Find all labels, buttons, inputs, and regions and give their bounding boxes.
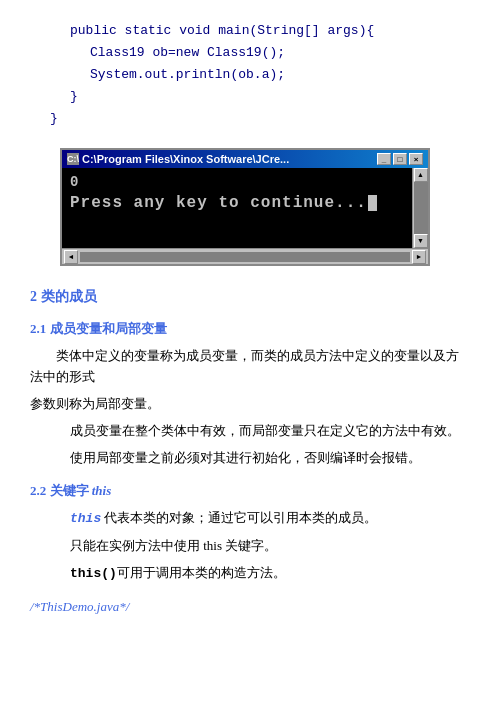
maximize-button[interactable]: □ (393, 153, 407, 165)
section-2-header: 2 类的成员 (30, 288, 470, 306)
section-22-para2: 只能在实例方法中使用 this 关键字。 (30, 536, 470, 557)
section-21-header: 2.1 成员变量和局部变量 (30, 320, 470, 338)
section-22-para3: this()可用于调用本类的构造方法。 (30, 563, 470, 585)
section-21-para2: 参数则称为局部变量。 (30, 394, 470, 415)
code-line-5: } (30, 108, 470, 130)
scroll-down-arrow[interactable]: ▼ (414, 234, 428, 248)
terminal-icon: C:\ (67, 153, 79, 165)
section-21-para3: 成员变量在整个类体中有效，而局部变量只在定义它的方法中有效。 (30, 421, 470, 442)
section-21-para1: 类体中定义的变量称为成员变量，而类的成员方法中定义的变量以及方法中的形式 (30, 346, 470, 388)
terminal-body: 0 Press any key to continue... (62, 168, 412, 248)
section-22-para1: this 代表本类的对象；通过它可以引用本类的成员。 (30, 508, 470, 530)
scroll-left-arrow[interactable]: ◄ (64, 250, 78, 264)
code-line-4: } (30, 86, 470, 108)
scroll-right-arrow[interactable]: ► (412, 250, 426, 264)
scroll-track (414, 182, 428, 234)
scroll-bottom-track (80, 252, 410, 262)
terminal-buttons: _ □ × (377, 153, 423, 165)
terminal-scrollbar-right[interactable]: ▲ ▼ (412, 168, 428, 248)
terminal-title: C:\Program Files\Xinox Software\JCre... (82, 153, 289, 165)
scroll-up-arrow[interactable]: ▲ (414, 168, 428, 182)
close-button[interactable]: × (409, 153, 423, 165)
terminal-output-0: 0 (70, 174, 392, 190)
section-21-para4: 使用局部变量之前必须对其进行初始化，否则编译时会报错。 (30, 448, 470, 469)
terminal-titlebar-left: C:\ C:\Program Files\Xinox Software\JCre… (67, 153, 289, 165)
terminal-cursor (368, 195, 377, 211)
terminal-window: C:\ C:\Program Files\Xinox Software\JCre… (60, 148, 430, 266)
minimize-button[interactable]: _ (377, 153, 391, 165)
section-22-header: 2.2 关键字 this (30, 482, 470, 500)
code-block: public static void main(String[] args){ … (30, 20, 470, 130)
terminal-titlebar: C:\ C:\Program Files\Xinox Software\JCre… (62, 150, 428, 168)
code-line-1: public static void main(String[] args){ (30, 20, 470, 42)
file-comment: /*ThisDemo.java*/ (30, 599, 470, 615)
this-constructor: this() (70, 566, 117, 581)
code-line-2: Class19 ob=new Class19(); (30, 42, 470, 64)
code-line-3: System.out.println(ob.a); (30, 64, 470, 86)
terminal-bottom-scrollbar[interactable]: ◄ ► (62, 248, 428, 264)
section-22-keyword: this (92, 483, 112, 498)
terminal-output-1: Press any key to continue... (70, 194, 392, 212)
this-keyword-1: this (70, 511, 101, 526)
